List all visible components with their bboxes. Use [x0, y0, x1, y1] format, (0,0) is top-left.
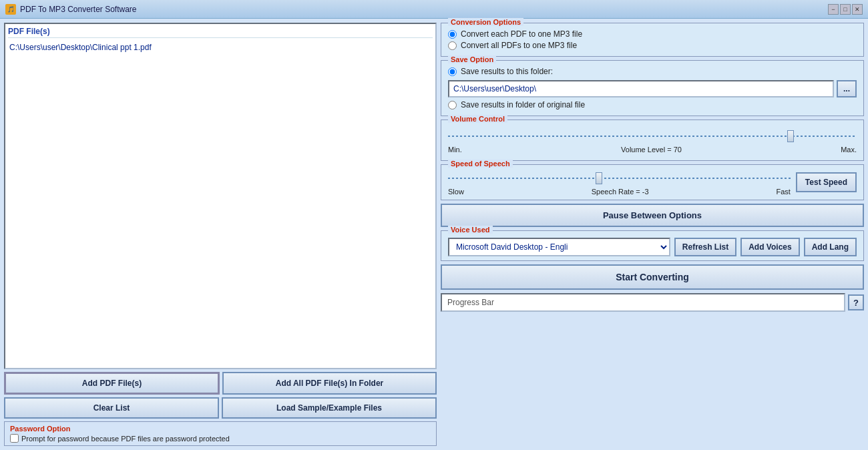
start-converting-button[interactable]: Start Converting — [441, 264, 864, 290]
title-bar-left: 🎵 PDF To MP3 Converter Software — [5, 4, 137, 15]
volume-control-section: Volume Control Min. Volume Level = 70 Ma… — [441, 120, 864, 161]
speed-row: Slow Speech Rate = -3 Fast Test Speed — [448, 169, 857, 196]
conversion-radio-1[interactable] — [448, 30, 457, 39]
save-folder-radio[interactable] — [448, 67, 457, 76]
speech-rate-label: Speech Rate = -3 — [592, 188, 649, 196]
save-original-radio[interactable] — [448, 101, 457, 109]
speed-slider-labels: Slow Speech Rate = -3 Fast — [448, 188, 791, 196]
voice-select[interactable]: Microsoft David Desktop - Engli Microsof… — [448, 238, 670, 256]
conversion-options-section: Conversion Options Convert each PDF to o… — [441, 23, 864, 57]
volume-slider-thumb[interactable] — [787, 130, 794, 142]
volume-control-title: Volume Control — [448, 115, 507, 123]
volume-slider-labels: Min. Volume Level = 70 Max. — [448, 146, 857, 154]
volume-slider-line — [448, 136, 857, 137]
restore-button[interactable]: □ — [840, 4, 851, 15]
add-lang-button[interactable]: Add Lang — [804, 238, 857, 256]
volume-level-label: Volume Level = 70 — [621, 146, 682, 154]
list-item: C:\Users\user\Desktop\Clinical ppt 1.pdf — [8, 42, 433, 53]
speed-title: Speed of Speech — [448, 160, 513, 168]
password-section-title: Password Option — [10, 425, 431, 433]
speed-slider-track[interactable] — [448, 172, 791, 185]
window-title: PDF To MP3 Converter Software — [20, 5, 137, 14]
progress-row: Progress Bar ? — [441, 293, 864, 312]
help-button[interactable]: ? — [848, 294, 864, 310]
speed-slider-line — [448, 178, 791, 179]
app-icon: 🎵 — [5, 4, 16, 15]
test-speed-button[interactable]: Test Speed — [796, 172, 857, 192]
conversion-options-title: Conversion Options — [448, 18, 523, 26]
conversion-radio-2[interactable] — [448, 41, 457, 50]
file-list-scroll: C:\Users\user\Desktop\Clinical ppt 1.pdf — [8, 42, 433, 365]
save-original-row[interactable]: Save results in folder of original file — [448, 100, 857, 109]
add-all-button[interactable]: Add All PDF File(s) In Folder — [222, 372, 437, 395]
folder-path-input[interactable] — [448, 80, 834, 97]
conversion-option-2-row[interactable]: Convert all PDFs to one MP3 file — [448, 41, 857, 50]
save-to-folder-row[interactable]: Save results to this folder: — [448, 67, 857, 76]
save-original-label: Save results in folder of original file — [461, 100, 585, 109]
voice-row: Microsoft David Desktop - Engli Microsof… — [448, 238, 857, 256]
add-voices-button[interactable]: Add Voices — [740, 238, 799, 256]
save-folder-input-row: ... — [448, 80, 857, 97]
file-list-container: PDF File(s) C:\Users\user\Desktop\Clinic… — [4, 23, 437, 369]
title-bar: 🎵 PDF To MP3 Converter Software − □ ✕ — [0, 0, 868, 19]
window-controls: − □ ✕ — [828, 4, 863, 15]
speed-slider-thumb[interactable] — [596, 172, 602, 184]
refresh-list-button[interactable]: Refresh List — [674, 238, 736, 256]
volume-slider-container: Min. Volume Level = 70 Max. — [448, 124, 857, 156]
password-checkbox-label: Prompt for password because PDF files ar… — [21, 435, 230, 443]
minimize-button[interactable]: − — [828, 4, 839, 15]
volume-min-label: Min. — [448, 146, 462, 154]
progress-bar: Progress Bar — [441, 293, 845, 312]
clear-load-buttons-row: Clear List Load Sample/Example Files — [4, 397, 437, 419]
add-pdf-button[interactable]: Add PDF File(s) — [4, 372, 220, 395]
main-container: PDF File(s) C:\Users\user\Desktop\Clinic… — [0, 19, 868, 450]
left-panel: PDF File(s) C:\Users\user\Desktop\Clinic… — [4, 23, 437, 446]
speed-of-speech-section: Speed of Speech Slow Speech Rate = -3 Fa… — [441, 164, 864, 200]
voice-used-section: Voice Used Microsoft David Desktop - Eng… — [441, 230, 864, 261]
browse-button[interactable]: ... — [837, 80, 857, 97]
add-buttons-row: Add PDF File(s) Add All PDF File(s) In F… — [4, 372, 437, 395]
speed-slider-wrap: Slow Speech Rate = -3 Fast — [448, 169, 791, 196]
save-option-section: Save Option Save results to this folder:… — [441, 60, 864, 116]
speed-fast-label: Fast — [776, 188, 790, 196]
conversion-option-1-label: Convert each PDF to one MP3 file — [461, 29, 582, 39]
volume-max-label: Max. — [841, 146, 857, 154]
close-button[interactable]: ✕ — [852, 4, 863, 15]
file-list-header: PDF File(s) — [8, 27, 433, 38]
clear-list-button[interactable]: Clear List — [4, 397, 219, 419]
volume-slider-track[interactable] — [448, 130, 857, 143]
password-checkbox-row[interactable]: Prompt for password because PDF files ar… — [10, 434, 431, 443]
conversion-option-2-label: Convert all PDFs to one MP3 file — [461, 41, 577, 50]
save-to-folder-label: Save results to this folder: — [461, 67, 553, 76]
voice-used-title: Voice Used — [448, 226, 493, 234]
right-panel: Conversion Options Convert each PDF to o… — [441, 23, 864, 446]
password-checkbox[interactable] — [10, 434, 19, 443]
load-sample-button[interactable]: Load Sample/Example Files — [222, 397, 437, 419]
pause-between-button[interactable]: Pause Between Options — [441, 204, 864, 227]
save-option-title: Save Option — [448, 55, 496, 63]
conversion-option-1-row[interactable]: Convert each PDF to one MP3 file — [448, 29, 857, 39]
password-section: Password Option Prompt for password beca… — [4, 421, 437, 446]
speed-slow-label: Slow — [448, 188, 464, 196]
